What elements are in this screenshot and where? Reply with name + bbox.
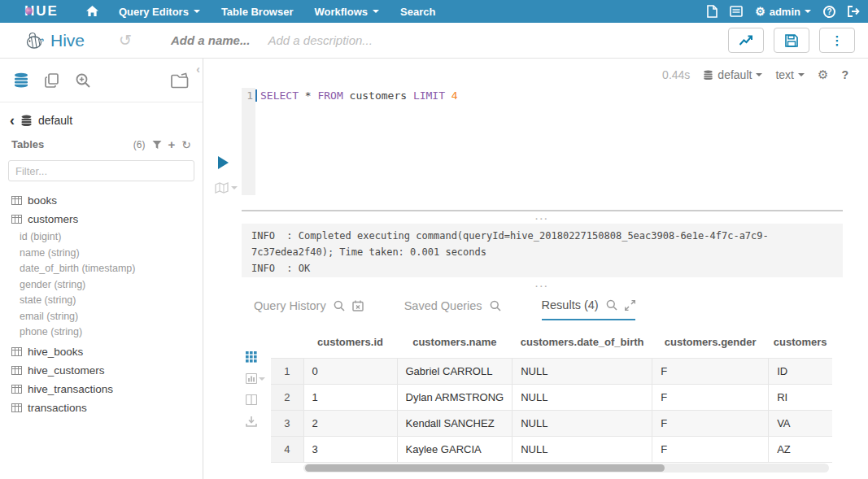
column-item[interactable]: date_of_birth (timestamp) <box>0 261 203 277</box>
home-icon[interactable] <box>86 6 98 17</box>
chevron-down-icon <box>798 73 805 76</box>
sql-keyword: LIMIT <box>413 89 445 195</box>
explain-button[interactable] <box>215 182 239 194</box>
cell: NULL <box>513 384 652 410</box>
column-item[interactable]: name (string) <box>0 246 203 262</box>
tab-saved-queries[interactable]: Saved Queries <box>404 298 501 320</box>
table-item-transactions[interactable]: transactions <box>0 398 203 417</box>
admin-menu[interactable]: ⚙ admin <box>755 6 811 18</box>
search-icon[interactable] <box>606 299 617 311</box>
document-icon[interactable] <box>707 5 718 18</box>
nav-search[interactable]: Search <box>400 6 435 18</box>
tab-saved-queries-label: Saved Queries <box>404 299 482 312</box>
tab-results-label: Results (4) <box>542 298 599 311</box>
table-item-hive-customers[interactable]: hive_customers <box>0 361 203 380</box>
folder-icon[interactable] <box>170 72 190 89</box>
cell: 1 <box>303 384 397 410</box>
table-row[interactable]: 3 2 Kendall SANCHEZ NULL F VA <box>271 410 832 436</box>
column-header[interactable]: customers.date_of_birth <box>513 327 652 358</box>
nav-table-browser[interactable]: Table Browser <box>221 6 294 18</box>
chart-view-icon[interactable] <box>246 373 265 384</box>
table-row[interactable]: 2 1 Dylan ARMSTRONG NULL F RI <box>271 384 832 410</box>
query-description-field[interactable]: Add a description... <box>268 33 372 47</box>
hue-app-window: HUE Query Editors Table Browser Workflow… <box>0 0 868 479</box>
cell: NULL <box>513 358 652 384</box>
table-filter-input[interactable] <box>8 160 194 181</box>
column-item[interactable]: state (string) <box>0 293 203 309</box>
top-nav: HUE Query Editors Table Browser Workflow… <box>0 0 868 23</box>
help-icon[interactable]: ? <box>823 6 835 18</box>
scrollbar-thumb[interactable] <box>305 464 665 472</box>
cell: AZ <box>769 436 832 462</box>
resize-handle[interactable]: ··· <box>242 283 843 290</box>
search-icon[interactable] <box>334 300 345 311</box>
resize-handle[interactable]: ··· <box>242 216 843 222</box>
column-header[interactable]: customers.id <box>303 327 397 358</box>
log-line: INFO : OK <box>251 263 310 274</box>
refresh-icon[interactable]: ↻ <box>181 141 191 149</box>
table-row[interactable]: 1 0 Gabriel CARROLL NULL F ID <box>271 358 832 384</box>
grid-view-icon[interactable] <box>246 351 257 363</box>
line-number-gutter: 1 <box>242 88 255 195</box>
expand-results-icon[interactable] <box>625 300 635 311</box>
clear-history-calendar-icon[interactable] <box>352 300 364 311</box>
filter-funnel-icon[interactable] <box>152 140 162 150</box>
chevron-down-icon <box>805 10 811 13</box>
settings-gear-icon[interactable]: ⚙ <box>818 67 828 82</box>
database-assist-icon[interactable] <box>13 72 29 89</box>
cell: F <box>652 436 769 462</box>
editor-help-icon[interactable]: ? <box>841 68 848 81</box>
cell: 3 <box>303 436 397 462</box>
collapse-sidebar-icon[interactable]: ‹ <box>196 63 200 75</box>
cell: F <box>652 410 769 436</box>
table-name: customers <box>28 212 78 226</box>
table-item-hive-transactions[interactable]: hive_transactions <box>0 380 203 398</box>
table-item-customers[interactable]: customers <box>0 210 203 229</box>
search-icon[interactable] <box>490 300 501 311</box>
back-chevron-icon[interactable]: ‹ <box>10 115 15 125</box>
add-table-icon[interactable]: + <box>168 141 176 149</box>
tab-results[interactable]: Results (4) <box>542 298 635 320</box>
row-number: 2 <box>271 384 303 410</box>
format-selector[interactable]: text <box>775 68 805 81</box>
column-header[interactable]: customers.gender <box>652 327 769 358</box>
horizontal-scrollbar[interactable] <box>303 464 829 472</box>
table-item-hive-books[interactable]: hive_books <box>0 342 203 361</box>
database-name[interactable]: default <box>38 114 72 127</box>
save-button[interactable] <box>774 28 809 53</box>
result-tabs: Query History Saved Queries Results (4) <box>254 298 635 320</box>
chart-button[interactable] <box>728 28 764 53</box>
columns-view-icon[interactable] <box>246 394 257 405</box>
column-item[interactable]: gender (string) <box>0 277 203 294</box>
table-row[interactable]: 4 3 Kaylee GARCIA NULL F AZ <box>271 436 832 462</box>
nav-workflows[interactable]: Workflows <box>315 6 380 18</box>
query-editor[interactable]: 1 SELECT * FROM customers LIMIT 4 <box>242 88 458 195</box>
cell: Gabriel CARROLL <box>397 358 513 384</box>
table-icon <box>11 347 22 356</box>
column-header[interactable]: customers <box>769 327 832 358</box>
documents-assist-icon[interactable] <box>44 72 60 89</box>
database-selector[interactable]: default <box>703 68 762 81</box>
header-buttons: ⋮ <box>728 28 855 53</box>
zoom-in-assist-icon[interactable] <box>75 72 91 89</box>
more-actions-button[interactable]: ⋮ <box>819 28 855 53</box>
editor-toolbar: 0.44s default text ⚙ ? <box>662 67 848 82</box>
nav-query-editors[interactable]: Query Editors <box>119 6 200 18</box>
table-icon <box>11 403 22 412</box>
download-results-icon[interactable] <box>246 416 257 427</box>
column-item[interactable]: phone (string) <box>0 324 203 341</box>
column-header[interactable]: customers.name <box>397 327 513 358</box>
sign-out-icon[interactable] <box>848 6 860 17</box>
column-item[interactable]: email (string) <box>0 309 203 325</box>
query-history-icon[interactable]: ↺ <box>119 31 132 50</box>
jobs-list-icon[interactable] <box>730 6 743 17</box>
tab-query-history[interactable]: Query History <box>254 298 364 320</box>
hue-logo[interactable]: HUE <box>24 3 59 20</box>
query-line: SELECT * FROM customers LIMIT 4 <box>255 88 458 195</box>
query-name-field[interactable]: Add a name... <box>171 33 251 47</box>
column-item[interactable]: id (bigint) <box>0 229 203 246</box>
execute-button[interactable] <box>218 156 229 169</box>
admin-label: admin <box>770 6 800 18</box>
table-item-books[interactable]: books <box>0 191 203 210</box>
table-name: hive_transactions <box>28 382 113 396</box>
